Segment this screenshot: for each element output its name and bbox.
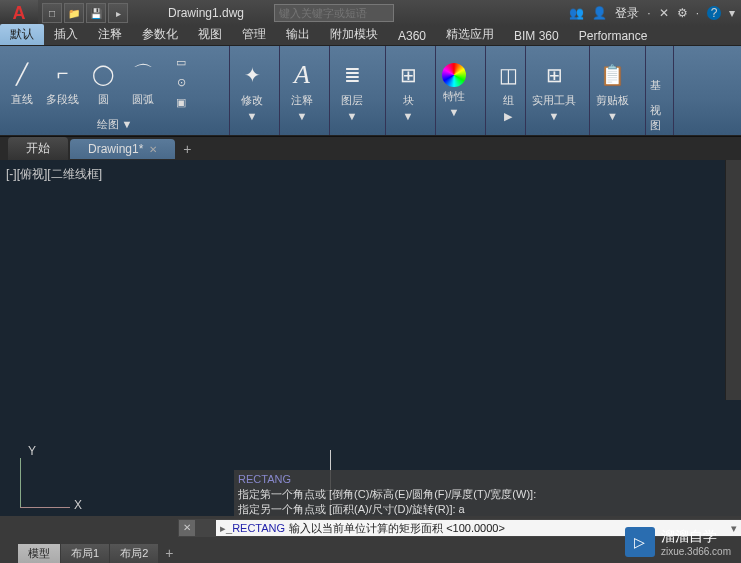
tab-a360[interactable]: A360 xyxy=(388,27,436,45)
watermark-icon: ▷ xyxy=(625,527,655,557)
group-button[interactable]: ◫组▶ xyxy=(490,57,526,125)
layout2-tab[interactable]: 布局2 xyxy=(110,544,158,563)
tab-output[interactable]: 输出 xyxy=(276,24,320,45)
circle-icon: ◯ xyxy=(87,58,119,90)
ucs-y-label: Y xyxy=(28,444,36,458)
exchange-icon[interactable]: ✕ xyxy=(659,6,669,20)
layer-icon: ≣ xyxy=(336,59,368,91)
qat-more[interactable]: ▸ xyxy=(108,3,128,23)
add-doc-button[interactable]: + xyxy=(177,141,197,157)
tab-manage[interactable]: 管理 xyxy=(232,24,276,45)
ucs-x-label: X xyxy=(74,498,82,512)
utilities-icon: ⊞ xyxy=(538,59,570,91)
modify-icon: ✦ xyxy=(236,59,268,91)
cmd-close-button[interactable]: ✕ xyxy=(179,520,195,536)
block-button[interactable]: ⊞块▼ xyxy=(390,57,426,124)
circle-button[interactable]: ◯圆 xyxy=(85,56,121,109)
tab-view[interactable]: 视图 xyxy=(188,24,232,45)
view-label[interactable]: [-][俯视][二维线框] xyxy=(6,166,102,183)
base-button[interactable]: 基 xyxy=(650,48,669,93)
help-icon[interactable]: ? xyxy=(707,6,721,20)
polyline-button[interactable]: ⌐多段线 xyxy=(44,56,81,109)
qat-open[interactable]: 📁 xyxy=(64,3,84,23)
drawing-canvas[interactable]: [-][俯视][二维线框] 输入以当前单位计算的矩形面积 <100.0000>:… xyxy=(0,160,741,516)
view-panel-label[interactable]: 视图 xyxy=(650,103,669,133)
hatch-icon[interactable]: ⊙ xyxy=(167,73,195,91)
search-input[interactable] xyxy=(274,4,394,22)
doc-tab-drawing1[interactable]: Drawing1*✕ xyxy=(70,139,175,159)
layout1-tab[interactable]: 布局1 xyxy=(61,544,109,563)
clipboard-icon: 📋 xyxy=(597,59,629,91)
minimize-icon[interactable]: ▾ xyxy=(729,6,735,20)
block-icon: ⊞ xyxy=(392,59,424,91)
qat-new[interactable]: □ xyxy=(42,3,62,23)
line-icon: ╱ xyxy=(6,58,38,90)
tab-parametric[interactable]: 参数化 xyxy=(132,24,188,45)
tab-annotate[interactable]: 注释 xyxy=(88,24,132,45)
spline-icon[interactable]: ▣ xyxy=(167,93,195,111)
doc-tab-start[interactable]: 开始 xyxy=(8,137,68,160)
scrollbar-vertical[interactable] xyxy=(725,160,741,400)
annotate-icon: A xyxy=(286,59,318,91)
group-icon: ◫ xyxy=(492,59,524,91)
polyline-icon: ⌐ xyxy=(47,58,79,90)
user-icon[interactable]: 👤 xyxy=(592,6,607,20)
utilities-button[interactable]: ⊞实用工具▼ xyxy=(530,57,578,124)
panel-draw-label[interactable]: 绘图 ▼ xyxy=(4,116,225,133)
close-icon[interactable]: ✕ xyxy=(149,144,157,155)
annotate-button[interactable]: A注释▼ xyxy=(284,57,320,124)
watermark: ▷ 溜溜自学 zixue.3d66.com xyxy=(625,527,731,557)
tab-bim360[interactable]: BIM 360 xyxy=(504,27,569,45)
modify-button[interactable]: ✦修改▼ xyxy=(234,57,270,124)
command-history: RECTANG 指定第一个角点或 [倒角(C)/标高(E)/圆角(F)/厚度(T… xyxy=(234,470,741,519)
tab-performance[interactable]: Performance xyxy=(569,27,658,45)
login-button[interactable]: 登录 xyxy=(615,5,639,22)
people-icon[interactable]: 👥 xyxy=(569,6,584,20)
line-button[interactable]: ╱直线 xyxy=(4,56,40,109)
properties-button[interactable]: 特性▼ xyxy=(440,61,468,120)
arc-icon: ⌒ xyxy=(127,58,159,90)
ribbon-tabs: 默认 插入 注释 参数化 视图 管理 输出 附加模块 A360 精选应用 BIM… xyxy=(0,26,741,46)
arc-button[interactable]: ⌒圆弧 xyxy=(125,56,161,109)
layer-button[interactable]: ≣图层▼ xyxy=(334,57,370,124)
tab-featured[interactable]: 精选应用 xyxy=(436,24,504,45)
tab-insert[interactable]: 插入 xyxy=(44,24,88,45)
tab-addons[interactable]: 附加模块 xyxy=(320,24,388,45)
rect-icon[interactable]: ▭ xyxy=(167,53,195,71)
properties-icon xyxy=(442,63,466,87)
exchange-icon2[interactable]: ⚙ xyxy=(677,6,688,20)
app-logo[interactable]: A xyxy=(0,0,38,26)
qat-save[interactable]: 💾 xyxy=(86,3,106,23)
filename: Drawing1.dwg xyxy=(168,6,244,20)
add-layout-button[interactable]: + xyxy=(159,545,179,561)
tab-default[interactable]: 默认 xyxy=(0,24,44,45)
model-tab[interactable]: 模型 xyxy=(18,544,60,563)
clipboard-button[interactable]: 📋剪贴板▼ xyxy=(594,57,631,124)
